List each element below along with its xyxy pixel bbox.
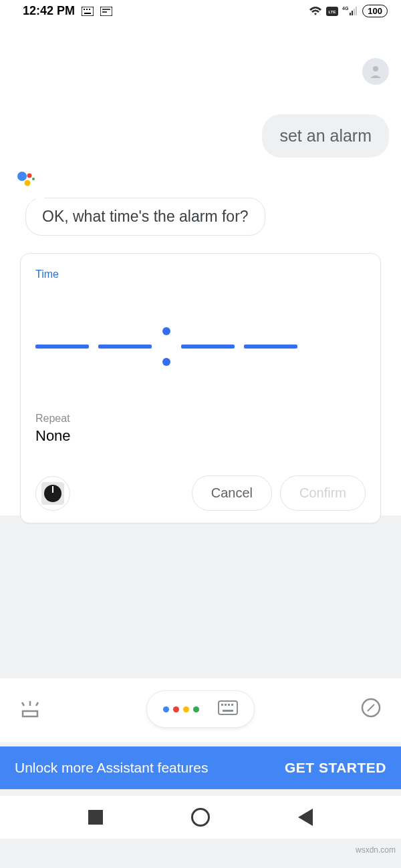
user-message-bubble[interactable]: set an alarm bbox=[262, 114, 389, 158]
time-colon bbox=[161, 327, 172, 366]
svg-rect-28 bbox=[223, 710, 233, 712]
user-message-row: set an alarm bbox=[12, 58, 389, 158]
system-nav-bar bbox=[0, 796, 401, 839]
assistant-mic-pill[interactable] bbox=[146, 690, 255, 728]
minute-ones-slot[interactable] bbox=[244, 345, 297, 349]
back-button[interactable] bbox=[298, 809, 313, 826]
svg-line-22 bbox=[36, 702, 38, 706]
time-picker[interactable] bbox=[35, 327, 366, 366]
assistant-input-bar bbox=[0, 678, 401, 742]
cancel-button[interactable]: Cancel bbox=[192, 475, 272, 511]
svg-rect-5 bbox=[100, 7, 112, 16]
assistant-dots-icon bbox=[163, 706, 199, 712]
repeat-label: Repeat bbox=[35, 413, 366, 425]
svg-point-17 bbox=[27, 174, 32, 178]
status-left: 12:42 PM bbox=[23, 4, 112, 18]
signal-icon: 4G bbox=[342, 6, 358, 17]
volte-icon: LTE bbox=[326, 7, 338, 16]
svg-marker-33 bbox=[368, 704, 374, 711]
hour-ones-slot[interactable] bbox=[98, 345, 152, 349]
home-button[interactable] bbox=[191, 808, 210, 827]
svg-rect-2 bbox=[86, 9, 88, 10]
svg-point-19 bbox=[32, 178, 35, 180]
svg-point-15 bbox=[373, 66, 378, 71]
svg-rect-23 bbox=[219, 701, 237, 714]
status-time: 12:42 PM bbox=[23, 4, 75, 18]
svg-rect-3 bbox=[89, 9, 90, 10]
svg-line-20 bbox=[22, 702, 24, 706]
battery-indicator: 100 bbox=[362, 5, 388, 17]
svg-rect-25 bbox=[225, 704, 227, 706]
svg-rect-13 bbox=[354, 9, 355, 15]
alarm-card: Time Repeat None Cancel Confirm bbox=[20, 253, 381, 523]
svg-rect-12 bbox=[352, 11, 353, 15]
promo-banner[interactable]: Unlock more Assistant features GET START… bbox=[0, 746, 401, 789]
svg-point-18 bbox=[25, 180, 31, 186]
svg-text:4G: 4G bbox=[342, 6, 349, 11]
recents-button[interactable] bbox=[88, 810, 103, 825]
keyboard-status-icon bbox=[82, 7, 94, 16]
svg-rect-1 bbox=[84, 9, 85, 10]
clock-icon bbox=[44, 485, 61, 502]
hour-tens-slot[interactable] bbox=[35, 345, 89, 349]
assistant-response-wrap: OK, what time's the alarm for? bbox=[12, 198, 389, 236]
keyboard-icon[interactable] bbox=[218, 700, 238, 718]
status-bar: 12:42 PM LTE 4G 100 bbox=[0, 0, 401, 18]
repeat-value[interactable]: None bbox=[35, 427, 366, 445]
user-avatar bbox=[362, 58, 389, 85]
assistant-response-bubble: OK, what time's the alarm for? bbox=[25, 198, 265, 236]
assistant-logo-icon bbox=[16, 170, 389, 192]
card-actions: Cancel Confirm bbox=[35, 475, 366, 511]
svg-rect-0 bbox=[82, 7, 94, 16]
updates-icon[interactable] bbox=[19, 696, 41, 722]
svg-rect-11 bbox=[350, 13, 351, 15]
svg-rect-24 bbox=[221, 704, 223, 706]
wifi-icon bbox=[309, 6, 322, 17]
news-status-icon bbox=[100, 7, 112, 16]
chat-area: set an alarm OK, what time's the alarm f… bbox=[0, 18, 401, 523]
confirm-button[interactable]: Confirm bbox=[280, 475, 366, 511]
banner-text: Unlock more Assistant features bbox=[15, 760, 208, 776]
svg-text:LTE: LTE bbox=[329, 10, 336, 14]
minute-tens-slot[interactable] bbox=[181, 345, 235, 349]
svg-rect-26 bbox=[228, 704, 230, 706]
watermark: wsxdn.com bbox=[356, 845, 396, 855]
clock-app-button[interactable] bbox=[35, 476, 70, 511]
svg-rect-4 bbox=[84, 13, 91, 14]
svg-point-16 bbox=[17, 172, 27, 181]
status-right: LTE 4G 100 bbox=[309, 5, 388, 17]
svg-rect-27 bbox=[231, 704, 233, 706]
time-label: Time bbox=[35, 268, 366, 280]
svg-rect-14 bbox=[356, 7, 357, 15]
get-started-button[interactable]: GET STARTED bbox=[285, 760, 386, 776]
explore-icon[interactable] bbox=[360, 696, 382, 722]
